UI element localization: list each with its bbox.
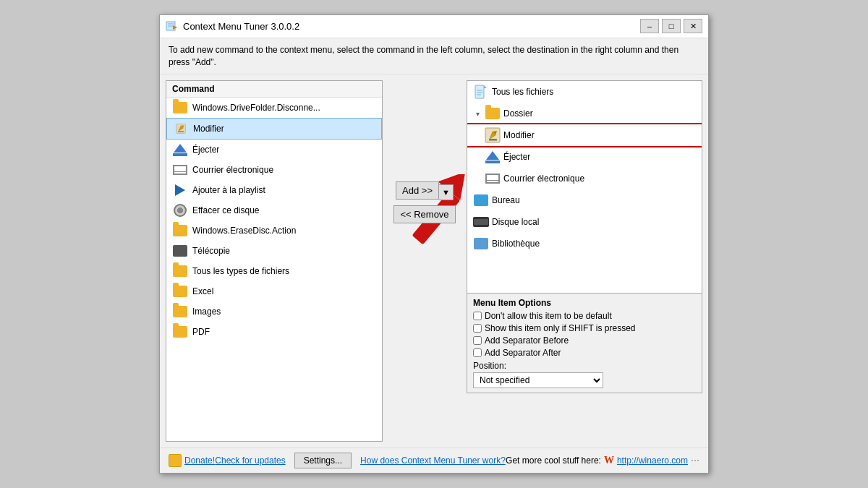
- checkbox-default-label: Don't allow this item to be default: [485, 311, 612, 321]
- remove-button[interactable]: << Remove: [393, 205, 455, 223]
- tree-item-label: Bureau: [492, 195, 520, 205]
- menu-item-options-panel: Menu Item Options Don't allow this item …: [467, 294, 702, 393]
- checkbox-shift-label: Show this item only if SHIFT is pressed: [485, 323, 636, 333]
- doc-icon: [473, 84, 489, 100]
- winaero-url-link[interactable]: http://winaero.com: [617, 455, 688, 466]
- footer-left: Donate!: [169, 454, 215, 467]
- tree-item-label: Dossier: [503, 108, 533, 119]
- main-content: Command Windows.DriveFolder.Disconne...: [160, 74, 708, 448]
- folder-icon: [172, 263, 188, 279]
- item-label: Ajouter à la playlist: [192, 185, 265, 195]
- command-list-header: Command: [166, 81, 382, 98]
- folder-icon: [172, 223, 188, 239]
- tree-item[interactable]: Bureau: [467, 189, 702, 211]
- window-controls: – □ ✕: [640, 19, 702, 33]
- desktop-icon: [473, 192, 489, 208]
- command-list-panel: Command Windows.DriveFolder.Disconne...: [166, 80, 383, 442]
- checkbox-row-shift: Show this item only if SHIFT is pressed: [473, 323, 696, 333]
- tree-item[interactable]: ▾ Dossier: [467, 103, 702, 124]
- maximize-button[interactable]: □: [662, 19, 681, 33]
- list-item[interactable]: Télécopie: [166, 241, 382, 261]
- footer-right: Get more cool stuff here: W http://winae…: [506, 455, 699, 466]
- printer-icon: [172, 243, 188, 259]
- checkbox-sep-after-label: Add Separator After: [485, 348, 561, 358]
- tree-item-label: Bibliothèque: [492, 239, 540, 249]
- checkbox-sep-before[interactable]: [473, 336, 482, 345]
- tree-item[interactable]: Bibliothèque: [467, 233, 702, 254]
- list-item[interactable]: Effacer ce disque: [166, 200, 382, 221]
- position-select[interactable]: Not specified: [473, 372, 603, 388]
- library-icon: [473, 236, 489, 252]
- modifier-icon: [173, 121, 189, 137]
- title-bar: Context Menu Tuner 3.0.0.2 – □ ✕: [160, 15, 708, 38]
- email-icon: [485, 171, 501, 187]
- item-label: Effacer ce disque: [192, 205, 260, 215]
- tree-item[interactable]: Disque local: [467, 211, 702, 233]
- svg-rect-5: [178, 131, 184, 132]
- add-button[interactable]: Add >>: [396, 181, 439, 200]
- list-item[interactable]: Windows.DriveFolder.Disconne...: [166, 98, 382, 118]
- item-label: Télécopie: [192, 246, 230, 256]
- tree-item[interactable]: Courrier électronique: [467, 168, 702, 189]
- minimize-button[interactable]: –: [640, 19, 659, 33]
- tree-item-label: Disque local: [492, 217, 539, 227]
- tree-item[interactable]: Éjecter: [467, 146, 702, 168]
- tree-item-label: Tous les fichiers: [492, 87, 553, 97]
- folder-icon: [172, 100, 188, 116]
- folder-icon: [172, 324, 188, 340]
- list-item[interactable]: Éjecter: [166, 140, 382, 160]
- item-label: Modifier: [193, 124, 224, 134]
- item-label: Excel: [192, 286, 213, 296]
- list-item[interactable]: Modifier: [166, 118, 382, 140]
- tree-item-modifier-selected[interactable]: Modifier: [467, 124, 702, 146]
- donate-link[interactable]: Donate!: [184, 455, 215, 466]
- tree-item[interactable]: Tous les fichiers: [467, 81, 702, 103]
- main-window: Context Menu Tuner 3.0.0.2 – □ ✕ To add …: [159, 14, 709, 474]
- hdd-icon: [473, 214, 489, 230]
- item-label: Images: [192, 307, 221, 317]
- folder-icon: [485, 106, 501, 121]
- item-label: Windows.EraseDisc.Action: [192, 226, 296, 236]
- item-label: Windows.DriveFolder.Disconne...: [192, 103, 320, 113]
- position-label: Position:: [473, 361, 696, 371]
- how-it-works-link[interactable]: How does Context Menu Tuner work?: [360, 455, 506, 466]
- svg-rect-14: [489, 139, 497, 141]
- add-dropdown-button[interactable]: ▼: [439, 184, 454, 200]
- position-row: Position: Not specified: [473, 361, 696, 388]
- tree-item-label: Modifier: [503, 130, 535, 140]
- close-button[interactable]: ✕: [684, 19, 702, 33]
- item-label: Tous les types de fichiers: [192, 266, 289, 276]
- list-item[interactable]: PDF: [166, 322, 382, 342]
- item-label: Courrier électronique: [192, 165, 273, 175]
- disc-icon: [172, 202, 188, 218]
- list-item[interactable]: Excel: [166, 281, 382, 301]
- settings-button[interactable]: Settings...: [294, 453, 352, 468]
- list-item[interactable]: Ajouter à la playlist: [166, 180, 382, 200]
- footer: Donate! Check for updates Settings... Ho…: [160, 448, 708, 473]
- get-more-text: Get more cool stuff here:: [506, 455, 601, 466]
- checkbox-sep-before-label: Add Separator Before: [485, 335, 569, 346]
- checkbox-default[interactable]: [473, 312, 482, 320]
- tree-item-label: Éjecter: [503, 152, 530, 162]
- tree-item-label: Courrier électronique: [503, 174, 584, 184]
- footer-center: Check for updates Settings... How does C…: [215, 453, 506, 468]
- modifier-icon: [485, 127, 501, 143]
- email-icon: [172, 162, 188, 178]
- winaero-w-icon: W: [604, 455, 614, 466]
- eject-icon: [485, 149, 501, 165]
- play-icon: [172, 182, 188, 198]
- app-icon: [166, 20, 179, 33]
- right-panel: Tous les fichiers ▾ Dossier: [467, 80, 702, 442]
- folder-icon: [172, 304, 188, 320]
- folder-icon: [172, 283, 188, 299]
- checkbox-sep-after[interactable]: [473, 348, 482, 357]
- chevron-down-icon: ▾: [473, 109, 482, 118]
- list-item[interactable]: Images: [166, 301, 382, 322]
- checkbox-shift[interactable]: [473, 324, 482, 333]
- list-item[interactable]: Windows.EraseDisc.Action: [166, 221, 382, 241]
- check-updates-link[interactable]: Check for updates: [215, 455, 285, 466]
- list-item[interactable]: Tous les types de fichiers: [166, 261, 382, 281]
- ellipsis-icon: ⋯: [691, 455, 699, 466]
- command-list: Windows.DriveFolder.Disconne... Modifier: [166, 98, 382, 437]
- list-item[interactable]: Courrier électronique: [166, 160, 382, 180]
